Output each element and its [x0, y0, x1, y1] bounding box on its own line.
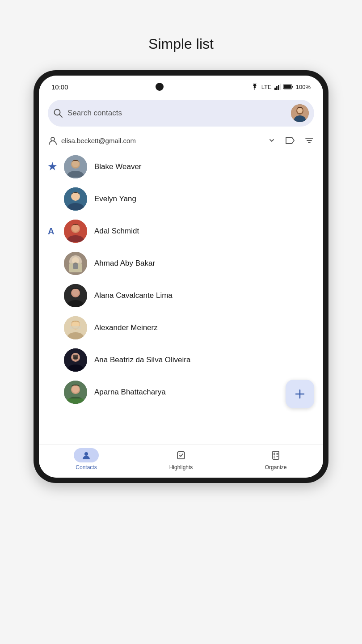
nav-contacts[interactable]: Contacts — [39, 448, 134, 470]
avatar — [64, 381, 87, 404]
svg-point-13 — [51, 137, 55, 141]
svg-rect-3 — [280, 84, 281, 90]
wifi-icon — [251, 84, 259, 90]
account-icon — [48, 136, 58, 145]
avatar — [64, 284, 87, 307]
lte-label: LTE — [261, 84, 272, 90]
svg-rect-47 — [67, 398, 84, 404]
svg-point-25 — [72, 225, 79, 232]
list-item[interactable]: Evelyn Yang — [39, 183, 323, 215]
svg-rect-5 — [284, 85, 291, 89]
svg-point-34 — [72, 289, 79, 296]
avatar — [64, 316, 87, 339]
list-item[interactable]: Ahmad Aby Bakar — [39, 247, 323, 280]
list-item[interactable]: Alexander Meinerz — [39, 312, 323, 344]
list-item[interactable]: A Adal Schmidt — [39, 215, 323, 247]
svg-point-12 — [297, 108, 303, 113]
contacts-list: ★ Blake Weaver — [39, 151, 323, 444]
svg-rect-38 — [70, 326, 81, 329]
camera-notch — [156, 83, 164, 91]
phone-frame: 10:00 LTE — [34, 70, 328, 483]
highlights-nav-icon — [176, 450, 186, 460]
avatar — [64, 187, 87, 211]
svg-rect-52 — [273, 451, 279, 459]
search-placeholder: Search contacts — [67, 109, 286, 118]
svg-line-8 — [59, 114, 62, 117]
account-email: elisa.beckett@gmail.com — [61, 137, 264, 144]
svg-point-46 — [72, 386, 79, 393]
contact-name: Ana Beatriz da Silva Oliveira — [94, 356, 190, 364]
avatar — [64, 348, 87, 372]
phone-screen: 10:00 LTE — [39, 76, 323, 478]
contact-name: Alana Cavalcante Lima — [94, 291, 173, 300]
svg-rect-0 — [274, 88, 276, 90]
highlights-nav-icon-wrap — [168, 448, 194, 462]
battery-icon — [283, 84, 293, 89]
list-item[interactable]: Alana Cavalcante Lima — [39, 280, 323, 312]
contacts-nav-icon-wrap — [74, 448, 99, 462]
signal-icon — [274, 84, 281, 90]
section-marker-star: ★ — [48, 161, 64, 173]
avatar — [64, 155, 87, 178]
status-time: 10:00 — [51, 83, 68, 91]
svg-rect-56 — [274, 456, 275, 458]
chevron-down-icon — [268, 136, 276, 144]
list-item[interactable]: ★ Blake Weaver — [39, 151, 323, 183]
status-icons: LTE 100% — [251, 84, 311, 90]
label-icon — [285, 136, 295, 145]
page-title: Simple list — [148, 36, 214, 52]
section-marker-a: A — [48, 226, 64, 237]
contact-name: Aparna Bhattacharya — [94, 388, 166, 397]
add-contact-fab[interactable] — [286, 380, 314, 408]
organize-nav-icon-wrap — [263, 448, 288, 462]
contact-name: Alexander Meinerz — [94, 323, 158, 332]
contact-name: Blake Weaver — [94, 162, 142, 171]
list-item[interactable]: Ana Beatriz da Silva Oliveira — [39, 344, 323, 376]
contacts-nav-label: Contacts — [76, 464, 97, 470]
svg-rect-6 — [292, 86, 293, 88]
svg-rect-31 — [73, 263, 78, 269]
nav-organize[interactable]: Organize — [228, 448, 323, 470]
svg-point-50 — [84, 452, 88, 456]
bottom-nav: Contacts Highlights — [39, 444, 323, 478]
avatar — [64, 220, 87, 243]
search-icon — [53, 108, 63, 118]
nav-highlights[interactable]: Highlights — [134, 448, 228, 470]
organize-nav-icon — [271, 450, 281, 460]
organize-nav-label: Organize — [265, 464, 287, 470]
status-bar: 10:00 LTE — [39, 76, 323, 94]
svg-point-43 — [74, 356, 77, 360]
contact-name: Adal Schmidt — [94, 227, 139, 236]
contacts-nav-icon — [81, 450, 91, 460]
contact-name: Ahmad Aby Bakar — [94, 259, 155, 268]
search-area: Search contacts — [39, 94, 323, 130]
svg-rect-51 — [177, 452, 185, 459]
search-bar[interactable]: Search contacts — [48, 100, 314, 127]
highlights-nav-label: Highlights — [169, 464, 193, 470]
svg-rect-1 — [276, 86, 278, 90]
svg-point-22 — [72, 192, 79, 199]
user-avatar[interactable] — [291, 104, 309, 122]
avatar — [64, 252, 87, 275]
svg-rect-2 — [278, 85, 279, 90]
battery-level: 100% — [296, 84, 311, 90]
svg-rect-53 — [274, 453, 275, 455]
account-row[interactable]: elisa.beckett@gmail.com — [39, 130, 323, 151]
filter-icon — [304, 136, 314, 145]
contact-name: Evelyn Yang — [94, 195, 136, 203]
list-item[interactable]: Aparna Bhattacharya — [39, 376, 323, 408]
